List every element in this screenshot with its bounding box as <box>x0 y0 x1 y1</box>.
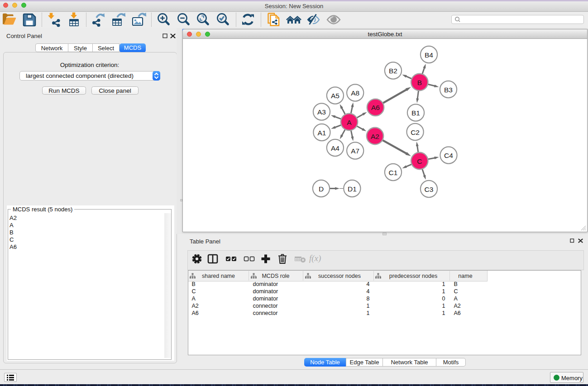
svg-text:A8: A8 <box>351 89 359 97</box>
svg-text:A7: A7 <box>351 147 359 155</box>
svg-text:C2: C2 <box>411 129 420 136</box>
svg-text:B2: B2 <box>389 67 397 75</box>
svg-text:D: D <box>319 185 324 193</box>
svg-text:B: B <box>417 79 422 86</box>
svg-text:B3: B3 <box>444 86 453 94</box>
svg-text:A2: A2 <box>371 133 379 140</box>
svg-text:B1: B1 <box>411 109 420 117</box>
svg-text:C3: C3 <box>425 186 434 193</box>
svg-text:A3: A3 <box>317 108 326 116</box>
svg-text:C4: C4 <box>444 152 453 159</box>
svg-text:A4: A4 <box>331 144 339 152</box>
svg-text:D1: D1 <box>348 185 357 193</box>
svg-text:C1: C1 <box>389 169 398 176</box>
svg-text:A: A <box>347 119 352 126</box>
svg-text:B4: B4 <box>425 51 433 59</box>
svg-text:A6: A6 <box>371 104 380 111</box>
svg-text:A1: A1 <box>317 129 326 137</box>
svg-text:A5: A5 <box>331 92 339 100</box>
svg-text:C: C <box>417 157 422 165</box>
